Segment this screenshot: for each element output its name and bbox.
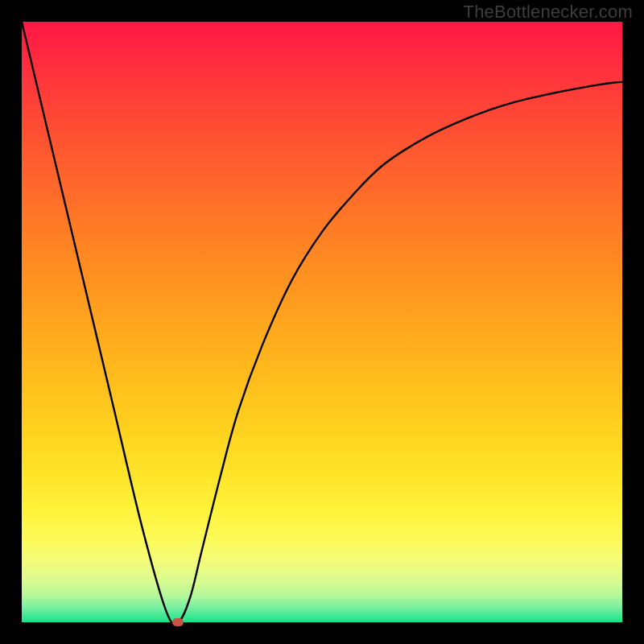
bottleneck-curve [22, 22, 622, 624]
plot-area [22, 22, 622, 622]
chart-stage: TheBottlenecker.com [0, 0, 644, 644]
attribution-text: TheBottlenecker.com [464, 2, 633, 23]
minimum-marker [172, 618, 184, 626]
curve-layer [22, 22, 622, 622]
